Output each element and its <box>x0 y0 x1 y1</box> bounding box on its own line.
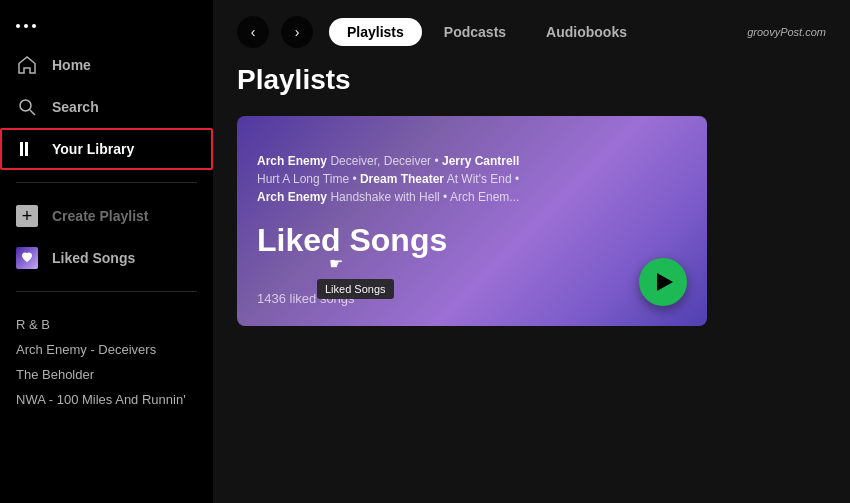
card-title-area: Liked Songs ☛ Liked Songs 1436 liked son… <box>257 222 447 306</box>
your-library-label: Your Library <box>52 141 134 157</box>
card-sep-4: • <box>443 190 450 204</box>
search-icon <box>16 96 38 118</box>
liked-songs-nav-item[interactable]: Liked Songs <box>0 237 213 279</box>
svg-rect-3 <box>25 142 28 156</box>
sidebar-dots-menu[interactable] <box>0 16 213 44</box>
main-content: ‹ › Playlists Podcasts Audiobooks groovy… <box>213 0 850 503</box>
sidebar: Home Search Your Library <box>0 0 213 503</box>
playlist-rb[interactable]: R & B <box>16 312 197 337</box>
sidebar-item-your-library[interactable]: Your Library <box>0 128 213 170</box>
liked-songs-card[interactable]: Arch Enemy Deceiver, Deceiver • Jerry Ca… <box>237 116 707 326</box>
card-sep-3: • <box>515 172 519 186</box>
playlist-nwa[interactable]: NWA - 100 Miles And Runnin' <box>16 387 197 412</box>
card-sep-2: • <box>352 172 360 186</box>
card-bottom: Liked Songs ☛ Liked Songs 1436 liked son… <box>257 222 687 306</box>
home-label: Home <box>52 57 91 73</box>
card-artist-3: Dream Theater <box>360 172 444 186</box>
library-icon <box>16 138 38 160</box>
play-triangle-icon <box>657 273 673 291</box>
card-main-title: Liked Songs <box>257 222 447 259</box>
liked-songs-tooltip: Liked Songs <box>317 279 394 299</box>
sidebar-item-search[interactable]: Search <box>0 86 213 128</box>
playlist-arch-enemy[interactable]: Arch Enemy - Deceivers <box>16 337 197 362</box>
card-songs-text: Arch Enemy Deceiver, Deceiver • Jerry Ca… <box>257 152 577 206</box>
dot-3 <box>32 24 36 28</box>
card-song-2: Hurt A Long Time <box>257 172 349 186</box>
home-icon <box>16 54 38 76</box>
liked-heart-icon <box>16 247 38 269</box>
card-artist-4: Arch Enemy <box>257 190 327 204</box>
create-playlist-button[interactable]: + Create Playlist <box>0 195 213 237</box>
card-ellipsis: Arch Enem... <box>450 190 519 204</box>
card-song-1: Deceiver, Deceiver <box>330 154 431 168</box>
sidebar-divider <box>16 182 197 183</box>
sidebar-nav: Home Search Your Library <box>0 44 213 170</box>
dot-1 <box>16 24 20 28</box>
liked-songs-nav-label: Liked Songs <box>52 250 135 266</box>
dot-2 <box>24 24 28 28</box>
card-artist-2: Jerry Cantrell <box>442 154 519 168</box>
back-button[interactable]: ‹ <box>237 16 269 48</box>
svg-line-1 <box>30 110 35 115</box>
create-playlist-label: Create Playlist <box>52 208 149 224</box>
content-tabs: Playlists Podcasts Audiobooks <box>329 18 645 46</box>
card-artist-1: Arch Enemy <box>257 154 327 168</box>
playlist-list: R & B Arch Enemy - Deceivers The Beholde… <box>0 312 213 412</box>
section-title: Playlists <box>237 64 826 96</box>
topbar: ‹ › Playlists Podcasts Audiobooks groovy… <box>213 0 850 64</box>
tab-audiobooks[interactable]: Audiobooks <box>528 18 645 46</box>
svg-point-0 <box>20 100 31 111</box>
sidebar-item-home[interactable]: Home <box>0 44 213 86</box>
forward-button[interactable]: › <box>281 16 313 48</box>
watermark: groovyPost.com <box>747 26 826 38</box>
sidebar-divider-2 <box>16 291 197 292</box>
search-label: Search <box>52 99 99 115</box>
card-song-3: At Wit's End <box>447 172 512 186</box>
tab-podcasts[interactable]: Podcasts <box>426 18 524 46</box>
cursor-pointer: ☛ <box>329 254 343 273</box>
plus-icon: + <box>16 205 38 227</box>
card-sep-1: • <box>434 154 442 168</box>
playlist-beholder[interactable]: The Beholder <box>16 362 197 387</box>
tab-playlists[interactable]: Playlists <box>329 18 422 46</box>
card-song-4: Handshake with Hell <box>330 190 439 204</box>
svg-rect-2 <box>20 142 23 156</box>
playlists-content: Playlists Arch Enemy Deceiver, Deceiver … <box>213 64 850 503</box>
play-button[interactable] <box>639 258 687 306</box>
